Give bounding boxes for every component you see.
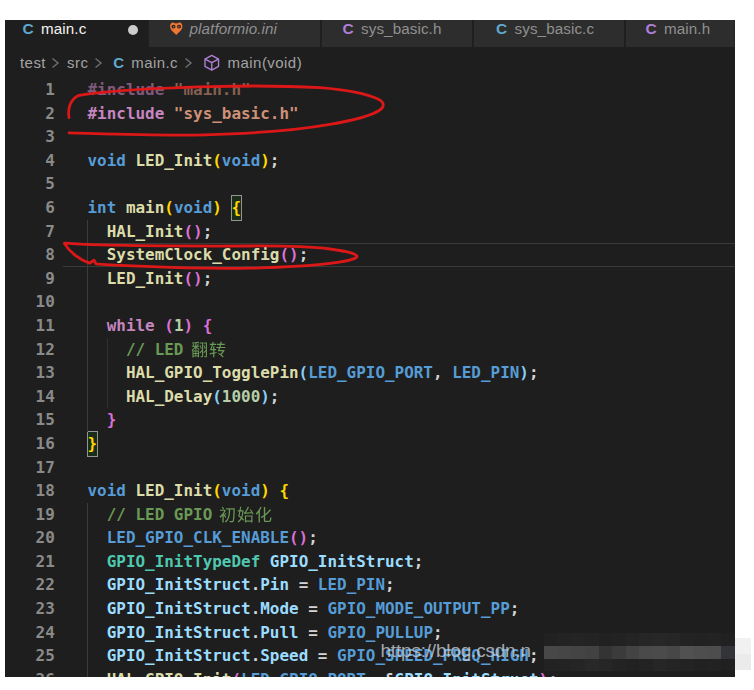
breadcrumb-label: test: [20, 54, 46, 71]
code-area[interactable]: #include "main.h"#include "sys_basic.h"v…: [88, 78, 558, 677]
code-token: [88, 505, 107, 524]
mosaic-block: [708, 659, 722, 671]
code-token: (: [231, 670, 241, 677]
line-number: 7: [5, 220, 55, 244]
code-line-1: #include "main.h": [88, 78, 558, 102]
mosaic-block-light: [735, 654, 751, 670]
code-token: }: [88, 432, 98, 456]
breadcrumb-item-main.c[interactable]: Cmain.c: [109, 54, 178, 71]
line-number-gutter: 1234567891011121314151617181920212223242…: [5, 78, 55, 677]
code-line-7: HAL_Init();: [88, 220, 558, 244]
line-number: 11: [5, 314, 55, 338]
mosaic-block: [585, 659, 599, 671]
mosaic-block: [558, 633, 572, 646]
tab-label: main.c: [41, 21, 86, 37]
code-token: ;: [529, 363, 539, 382]
code-token: GPIO_InitTypeDef: [107, 552, 261, 571]
mosaic-block: [571, 659, 585, 671]
code-token: #include: [88, 80, 174, 99]
line-number: 17: [5, 456, 55, 480]
line-number: 14: [5, 385, 55, 409]
code-token: HAL_Init: [107, 222, 184, 241]
code-token: LED_Init: [107, 269, 184, 288]
code-token: ;: [270, 387, 280, 406]
code-token: ): [260, 387, 270, 406]
code-token: Speed: [260, 646, 308, 665]
tab-label: sys_basic.h: [361, 21, 441, 37]
code-token: =: [299, 599, 328, 618]
mosaic-block: [599, 633, 613, 646]
code-token: .: [251, 623, 261, 642]
tab-sys_basic.h[interactable]: Csys_basic.h: [322, 20, 474, 47]
line-number: 3: [5, 125, 55, 149]
line-number: 4: [5, 149, 55, 173]
line-number: 22: [5, 573, 55, 597]
tab-main.h[interactable]: Cmain.h: [626, 20, 734, 47]
chevron-right-icon: [50, 57, 60, 69]
modified-dot-icon[interactable]: [128, 25, 138, 35]
code-token: [193, 316, 203, 335]
line-number: 16: [5, 432, 55, 456]
breadcrumb-item-src[interactable]: src: [67, 54, 88, 71]
code-token: HAL_GPIO_Init: [107, 670, 232, 677]
mosaic-block: [544, 633, 558, 646]
mosaic-block: [626, 633, 640, 646]
indent-guide: [87, 503, 88, 677]
line-number: 19: [5, 503, 55, 527]
line-number: 10: [5, 290, 55, 314]
breadcrumb-item-test[interactable]: test: [20, 54, 46, 71]
line-number: 8: [5, 243, 55, 267]
code-token: (): [183, 222, 202, 241]
code-token: HAL_Delay: [126, 387, 212, 406]
code-line-10: [88, 290, 558, 314]
mosaic-block: [653, 646, 667, 659]
code-token: LED_GPIO_CLK_ENABLE: [107, 528, 289, 547]
platformio-icon: [169, 21, 184, 36]
path-shape: [170, 22, 182, 35]
code-line-13: HAL_GPIO_TogglePin(LED_GPIO_PORT, LED_PI…: [88, 361, 558, 385]
censor-mosaic-light: [735, 638, 751, 670]
breadcrumb-item-main(void)[interactable]: main(void): [199, 54, 302, 72]
cjk-char: [191, 341, 208, 358]
file-icon-c-purple: C: [342, 21, 354, 36]
code-token: =: [308, 646, 337, 665]
cjk-char: [209, 341, 226, 358]
code-token: Pin: [260, 575, 289, 594]
watermark-url: https://blog.csdn.n: [381, 640, 531, 662]
mosaic-block: [544, 646, 558, 659]
code-token: main: [126, 198, 164, 217]
code-token: ;: [203, 269, 213, 288]
code-line-19: // LED GPIO: [88, 503, 558, 527]
line-number: 21: [5, 550, 55, 574]
code-token: [88, 646, 107, 665]
code-token: (: [299, 363, 309, 382]
code-token: ;: [385, 575, 395, 594]
code-line-23: GPIO_InitStruct.Mode = GPIO_MODE_OUTPUT_…: [88, 597, 558, 621]
code-token: void: [222, 151, 260, 170]
code-token: HAL_GPIO_TogglePin: [126, 363, 299, 382]
censor-mosaic: [544, 633, 735, 671]
tab-sys_basic.c[interactable]: Csys_basic.c: [474, 20, 627, 47]
mosaic-block: [558, 646, 572, 659]
code-token: LED_PIN: [452, 363, 519, 382]
mosaic-block: [558, 659, 572, 671]
code-token: }: [107, 410, 117, 429]
line-number: 15: [5, 408, 55, 432]
code-line-3: [88, 125, 558, 149]
mosaic-block: [639, 659, 653, 671]
code-line-15: }: [88, 408, 558, 432]
tab-label: sys_basic.c: [515, 21, 595, 37]
tab-main.c[interactable]: Cmain.c: [5, 20, 149, 47]
code-token: GPIO_InitStruct: [270, 552, 414, 571]
code-token: [88, 528, 107, 547]
mosaic-block: [653, 659, 667, 671]
code-token: .: [251, 646, 261, 665]
mosaic-block: [680, 646, 694, 659]
line-number: 6: [5, 196, 55, 220]
indent-guide: [107, 338, 108, 409]
code-token: 1: [174, 316, 184, 335]
tab-platformio.ini[interactable]: platformio.ini: [149, 20, 322, 47]
code-token: GPIO_InitStruct: [107, 646, 251, 665]
code-token: [155, 316, 165, 335]
code-token: [88, 222, 107, 241]
